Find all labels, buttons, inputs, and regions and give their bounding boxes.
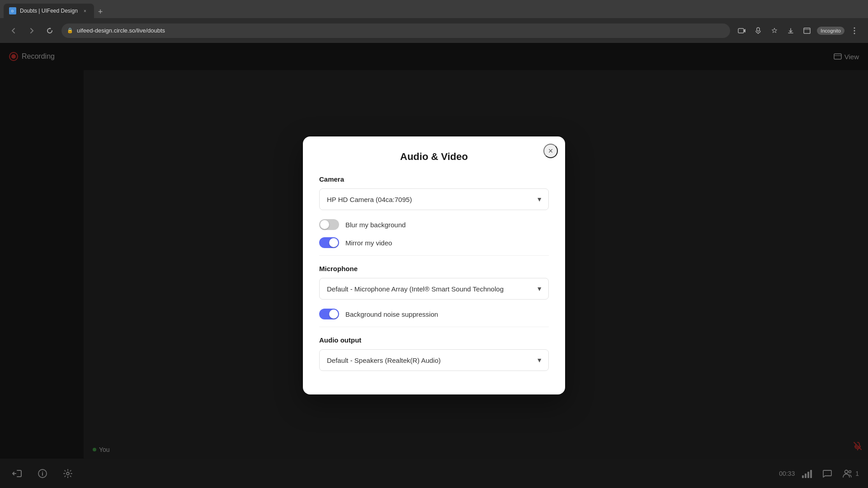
modal-overlay[interactable]: × Audio & Video Camera HP HD Camera (04c… bbox=[0, 43, 868, 488]
svg-text:D: D bbox=[11, 9, 14, 13]
modal-close-button[interactable]: × bbox=[543, 144, 558, 158]
incognito-badge[interactable]: Incognito bbox=[817, 27, 844, 35]
active-tab[interactable]: D Doubts | UIFeed Design × bbox=[4, 4, 94, 18]
tab-favicon: D bbox=[9, 7, 16, 14]
audio-video-modal: × Audio & Video Camera HP HD Camera (04c… bbox=[303, 136, 565, 394]
address-text: uifeed-design.circle.so/live/doubts bbox=[77, 27, 165, 34]
svg-point-7 bbox=[854, 27, 855, 28]
divider-1 bbox=[319, 255, 549, 256]
svg-point-8 bbox=[854, 30, 855, 31]
download-button[interactable] bbox=[784, 24, 797, 37]
nav-bar: 🔒 uifeed-design.circle.so/live/doubts In… bbox=[0, 18, 868, 43]
microphone-select-wrapper: Default - Microphone Array (Intel® Smart… bbox=[319, 278, 549, 300]
mirror-toggle-thumb bbox=[329, 238, 338, 247]
camera-select[interactable]: HP HD Camera (04ca:7095) bbox=[319, 188, 549, 210]
lock-icon: 🔒 bbox=[67, 28, 73, 33]
forward-button[interactable] bbox=[25, 24, 38, 37]
mirror-toggle[interactable] bbox=[319, 237, 339, 248]
tab-close-button[interactable]: × bbox=[81, 7, 89, 14]
mirror-toggle-row: Mirror my video bbox=[319, 237, 549, 248]
blur-toggle-thumb bbox=[320, 220, 329, 229]
camera-section-label: Camera bbox=[319, 175, 549, 183]
noise-toggle[interactable] bbox=[319, 309, 339, 319]
audio-output-section-label: Audio output bbox=[319, 336, 549, 344]
audio-output-select[interactable]: Default - Speakers (Realtek(R) Audio) bbox=[319, 349, 549, 371]
tab-bar: D Doubts | UIFeed Design × + bbox=[0, 0, 868, 18]
window-button[interactable] bbox=[801, 24, 813, 37]
new-tab-button[interactable]: + bbox=[94, 5, 107, 18]
address-bar[interactable]: 🔒 uifeed-design.circle.so/live/doubts bbox=[61, 23, 730, 38]
noise-toggle-row: Background noise suppression bbox=[319, 309, 549, 319]
camera-button[interactable] bbox=[736, 24, 748, 37]
svg-rect-5 bbox=[804, 28, 810, 33]
svg-point-9 bbox=[854, 33, 855, 34]
noise-toggle-thumb bbox=[329, 310, 338, 319]
svg-rect-2 bbox=[738, 28, 744, 33]
svg-rect-3 bbox=[757, 28, 760, 31]
audio-output-select-wrapper: Default - Speakers (Realtek(R) Audio) ▼ bbox=[319, 349, 549, 371]
blur-toggle[interactable] bbox=[319, 219, 339, 230]
modal-title: Audio & Video bbox=[319, 151, 549, 163]
noise-toggle-label: Background noise suppression bbox=[345, 310, 438, 318]
page-content: Recording View You bbox=[0, 43, 868, 488]
back-button[interactable] bbox=[7, 24, 20, 37]
blur-toggle-row: Blur my background bbox=[319, 219, 549, 230]
nav-actions: Incognito bbox=[736, 24, 861, 37]
mic-button[interactable] bbox=[752, 24, 764, 37]
star-button[interactable] bbox=[768, 24, 781, 37]
refresh-button[interactable] bbox=[43, 24, 56, 37]
camera-select-wrapper: HP HD Camera (04ca:7095) ▼ bbox=[319, 188, 549, 210]
microphone-section-label: Microphone bbox=[319, 265, 549, 272]
blur-toggle-label: Blur my background bbox=[345, 221, 406, 229]
menu-button[interactable] bbox=[848, 24, 861, 37]
tab-title: Doubts | UIFeed Design bbox=[20, 8, 78, 14]
divider-2 bbox=[319, 327, 549, 327]
mirror-toggle-label: Mirror my video bbox=[345, 239, 392, 247]
browser-chrome: D Doubts | UIFeed Design × + 🔒 uifeed-de… bbox=[0, 0, 868, 43]
microphone-select[interactable]: Default - Microphone Array (Intel® Smart… bbox=[319, 278, 549, 300]
